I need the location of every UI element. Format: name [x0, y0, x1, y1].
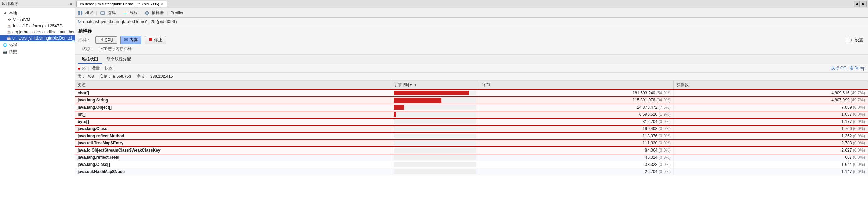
- right-panel: cn.itcast.jvm.tl.stringtable.Demo1_25 (p…: [75, 0, 868, 219]
- cell-bytes: 6,595,520 (1.9%): [479, 111, 673, 118]
- panel-close-icon[interactable]: ✕: [69, 2, 73, 6]
- cell-bytes: 181,603,240 (54.9%): [479, 90, 673, 97]
- col-name[interactable]: 类名: [75, 81, 391, 90]
- sampler-label[interactable]: 抽样器: [152, 10, 164, 16]
- overview-icon[interactable]: [78, 10, 83, 16]
- sample-row: 抽样： CPU 内存 停止: [78, 36, 865, 44]
- table-row[interactable]: java.lang.reflect.Field 45,024 (0.0%) 66…: [75, 154, 868, 161]
- cell-name: java.util.HashMap$Node: [75, 168, 391, 175]
- main-tab[interactable]: cn.itcast.jvm.tl.stringtable.Demo1_25 (p…: [76, 1, 167, 7]
- tree-area: 🖥本地⚙VisualVM☕IntelliJ Platform (pid 2547…: [0, 8, 75, 219]
- tree-icon-demo: ☕: [7, 36, 11, 41]
- table-row[interactable]: java.lang.Object[] 24,873,472 (7.5%) 7,0…: [75, 104, 868, 111]
- svg-rect-13: [125, 39, 126, 40]
- tree-icon-snapshot: 📷: [3, 50, 7, 54]
- table-row[interactable]: java.lang.String 115,391,976 (34.9%) 4,8…: [75, 97, 868, 104]
- cell-bytes: 118,976 (0.0%): [479, 132, 673, 140]
- stop-button[interactable]: 停止: [145, 36, 166, 44]
- cell-bar: [391, 168, 479, 175]
- nav-left-arrow[interactable]: ◀: [854, 1, 860, 7]
- nav-right-arrow[interactable]: ▶: [861, 1, 867, 7]
- cell-bytes: 84,064 (0.0%): [479, 147, 673, 154]
- table-row[interactable]: java.io.ObjectStreamClass$WeakClassKey 8…: [75, 147, 868, 154]
- cell-bytes: 38,328 (0.0%): [479, 161, 673, 168]
- sample-label: 抽样：: [78, 37, 92, 43]
- monitor-icon[interactable]: [100, 10, 105, 16]
- nav-arrows: ◀ ▶: [854, 1, 867, 7]
- tree-item-snapshot[interactable]: 📷快照: [0, 48, 75, 56]
- cell-bytes: 115,391,976 (34.9%): [479, 97, 673, 104]
- tree-icon-visualvm: ⚙: [7, 17, 12, 22]
- settings-checkbox[interactable]: [846, 38, 850, 42]
- cpu-label: CPU: [105, 38, 113, 43]
- cell-instances: 1,766 (0.0%): [673, 125, 868, 132]
- settings-row: □ 设置: [846, 37, 863, 43]
- table-row[interactable]: java.util.TreeMap$Entry 111,320 (0.0%) 2…: [75, 140, 868, 147]
- cell-name: java.lang.Class: [75, 125, 391, 132]
- sort-icon: ▼: [414, 83, 417, 87]
- tree-icon-jetbrains: ☕: [7, 30, 11, 34]
- cell-instances: 4,809,616 (49.7%): [673, 90, 868, 97]
- cell-instances: 1,177 (0.0%): [673, 118, 868, 125]
- cell-bytes: 24,873,472 (7.5%): [479, 104, 673, 111]
- cell-bar: [391, 125, 479, 132]
- cell-instances: 1,644 (0.0%): [673, 161, 868, 168]
- tree-item-visualvm[interactable]: ⚙VisualVM: [0, 17, 75, 23]
- cell-bytes: 26,704 (0.0%): [479, 168, 673, 175]
- tab-close-icon[interactable]: ✕: [161, 2, 163, 6]
- tree-label-snapshot: 快照: [9, 49, 17, 55]
- stop-label: 停止: [154, 37, 162, 43]
- profiler-section: 抽样器 抽样： CPU 内存: [75, 26, 868, 55]
- table-row[interactable]: java.lang.reflect.Method 118,976 (0.0%) …: [75, 132, 868, 140]
- table-row[interactable]: byte[] 312,704 (0.0%) 1,177 (0.0%): [75, 118, 868, 125]
- tree-item-intellij[interactable]: ☕IntelliJ Platform (pid 25472): [0, 23, 75, 29]
- cell-instances: 7,059 (0.0%): [673, 104, 868, 111]
- stats-row: 类： 768 实例： 9,660,753 字节： 330,202,416: [75, 73, 868, 81]
- cell-instances: 1,147 (0.0%): [673, 168, 868, 175]
- tree-icon-local: 🖥: [3, 11, 7, 16]
- table-row[interactable]: java.util.HashMap$Node 26,704 (0.0%) 1,1…: [75, 168, 868, 175]
- sampler-icon[interactable]: [144, 10, 150, 16]
- main-table: 类名 字节 [%]▼ ▼ 字节 实例数: [75, 81, 868, 175]
- col-bytes[interactable]: 字节: [479, 81, 673, 90]
- table-row[interactable]: char[] 181,603,240 (54.9%) 4,809,616 (49…: [75, 90, 868, 97]
- tree-item-jetbrains[interactable]: ☕org.jetbrains.jps.cmdline.Launcher (pid…: [0, 29, 75, 35]
- memory-icon: [124, 37, 128, 43]
- cpu-button[interactable]: CPU: [95, 36, 117, 44]
- instances-label: 实例：: [100, 74, 112, 79]
- cell-bar: [391, 97, 479, 104]
- snapshot-label[interactable]: 快照: [105, 65, 113, 71]
- table-row[interactable]: java.lang.Class 199,408 (0.0%) 1,766 (0.…: [75, 125, 868, 132]
- sampler-title: 抽样器: [78, 28, 865, 34]
- overview-label[interactable]: 概述: [85, 10, 93, 16]
- sub-tabs: 堆柱状图 每个线程分配: [75, 55, 868, 64]
- thread-label[interactable]: 线程: [130, 10, 138, 16]
- cell-name: int[]: [75, 111, 391, 118]
- toolbar2-action-1[interactable]: 堆 Dump: [849, 65, 865, 71]
- thread-icon[interactable]: [122, 10, 127, 16]
- svg-rect-2: [78, 13, 80, 15]
- cell-bar: [391, 104, 479, 111]
- tab-bar: cn.itcast.jvm.tl.stringtable.Demo1_25 (p…: [75, 0, 868, 8]
- cpu-icon: [99, 37, 103, 43]
- profiler-label[interactable]: Profiler: [171, 11, 184, 15]
- tree-item-remote[interactable]: 🌐远程: [0, 41, 75, 48]
- cell-instances: 4,807,999 (49.7%): [673, 97, 868, 104]
- memory-label: 内存: [130, 37, 138, 43]
- table-row[interactable]: int[] 6,595,520 (1.9%) 1,037 (0.0%): [75, 111, 868, 118]
- memory-button[interactable]: 内存: [120, 36, 141, 44]
- table-row[interactable]: java.lang.Class[] 38,328 (0.0%) 1,644 (0…: [75, 161, 868, 168]
- heap-tab-label: 堆柱状图: [82, 57, 98, 61]
- tree-item-demo[interactable]: ☕cn.itcast.jvm.tl.stringtable.Demo1_25 (…: [0, 35, 75, 41]
- incremental-label[interactable]: 增量: [91, 65, 100, 71]
- toolbar2-action-0[interactable]: 执行 GC: [831, 65, 846, 71]
- tree-label-visualvm: VisualVM: [13, 17, 30, 22]
- tree-item-local[interactable]: 🖥本地: [0, 10, 75, 17]
- tab-perthread[interactable]: 每个线程分配: [102, 55, 135, 64]
- svg-rect-3: [81, 13, 82, 15]
- tab-heap[interactable]: 堆柱状图: [78, 55, 102, 64]
- col-instances[interactable]: 实例数: [673, 81, 868, 90]
- monitor-label[interactable]: 监视: [107, 10, 116, 16]
- col-bytes-bar[interactable]: 字节 [%]▼ ▼: [391, 81, 479, 90]
- cell-bar: [391, 161, 479, 168]
